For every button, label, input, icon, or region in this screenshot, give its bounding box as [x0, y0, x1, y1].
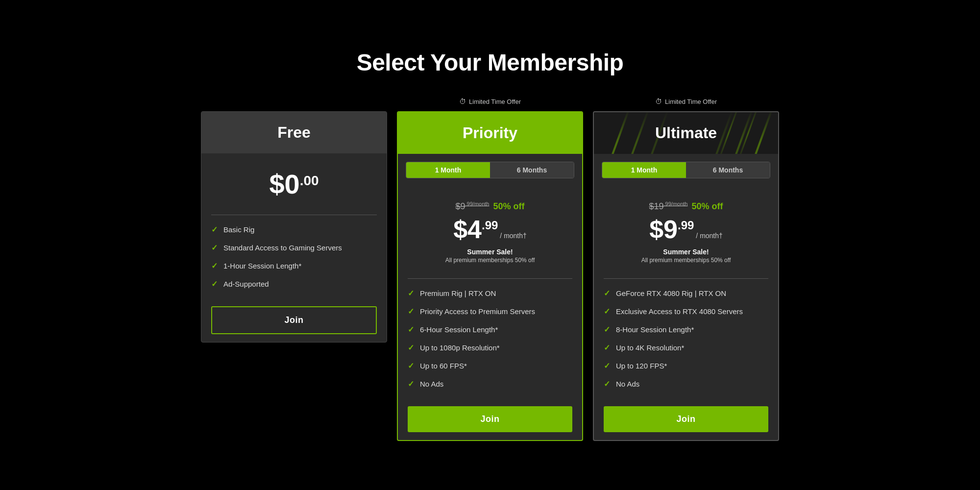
feature-text: GeForce RTX 4080 Rig | RTX ON: [616, 289, 726, 297]
join-button-free[interactable]: Join: [211, 306, 377, 334]
check-icon: ✓: [604, 325, 610, 334]
feature-item: ✓ Premium Rig | RTX ON: [408, 289, 572, 298]
check-icon: ✓: [408, 343, 414, 352]
toggle-6months-ultimate[interactable]: 6 Months: [686, 162, 770, 178]
toggle-1month-priority[interactable]: 1 Month: [406, 162, 490, 178]
feature-item: ✓ No Ads: [408, 379, 572, 389]
feature-item: ✓ Exclusive Access to RTX 4080 Servers: [604, 307, 768, 316]
clock-icon: ⏱: [459, 98, 466, 105]
check-icon: ✓: [604, 343, 610, 352]
join-button-ultimate[interactable]: Join: [604, 406, 768, 432]
original-price-ultimate: $19.99/month: [649, 201, 688, 212]
join-btn-wrapper-priority: Join: [398, 398, 582, 440]
cards-container: ⏱ Limited Time Offer Free $0.00: [172, 96, 808, 441]
orig-row-ultimate: $19.99/month 50% off: [604, 201, 768, 212]
feature-text: Premium Rig | RTX ON: [420, 289, 496, 297]
card-body-free: $0.00 ✓ Basic Rig ✓ Standard Access to G…: [201, 153, 387, 298]
feature-item: ✓ Up to 60 FPS*: [408, 361, 572, 370]
toggle-container-priority: 1 Month 6 Months: [406, 162, 574, 178]
slash-2: [723, 112, 753, 154]
check-icon: ✓: [211, 225, 218, 234]
orig-row-priority: $9.99/month 50% off: [408, 201, 572, 212]
slash-1: [742, 112, 773, 154]
feature-item: ✓ Priority Access to Premium Servers: [408, 307, 572, 316]
limited-time-label-ultimate: ⏱ Limited Time Offer: [655, 96, 717, 107]
feature-text: Priority Access to Premium Servers: [420, 307, 535, 316]
price-section-priority: $9.99/month 50% off $4 .99 / month† Summ…: [408, 196, 572, 273]
current-price-priority: $4 .99 / month†: [408, 215, 572, 244]
feature-text: No Ads: [420, 380, 443, 388]
discount-text-priority: 50% off: [493, 201, 524, 212]
card-free: Free $0.00 ✓ Basic Rig: [201, 111, 387, 343]
price-free: $0.00: [211, 168, 377, 200]
card-wrapper-free: ⏱ Limited Time Offer Free $0.00: [201, 96, 387, 343]
feature-item: ✓ 8-Hour Session Length*: [604, 325, 768, 334]
feature-item: ✓ Up to 1080p Resolution*: [408, 343, 572, 352]
check-icon: ✓: [604, 307, 610, 316]
feature-item: ✓ Standard Access to Gaming Servers: [211, 243, 377, 252]
card-wrapper-priority: ⏱ Limited Time Offer Priority 1 Month 6 …: [397, 96, 583, 441]
slash-5: [619, 112, 649, 154]
price-cents-free: .00: [300, 173, 319, 189]
toggle-1month-ultimate[interactable]: 1 Month: [602, 162, 686, 178]
plan-name-priority: Priority: [463, 124, 517, 142]
feature-item: ✓ Basic Rig: [211, 225, 377, 234]
card-body-priority: $9.99/month 50% off $4 .99 / month† Summ…: [398, 186, 582, 398]
price-decimal-ultimate: .99: [678, 219, 694, 232]
check-icon: ✓: [211, 243, 218, 252]
feature-text: Ad-Supported: [223, 280, 269, 288]
feature-text: Up to 60 FPS*: [420, 362, 467, 370]
feature-text: 1-Hour Session Length*: [223, 262, 301, 270]
feature-item: ✓ Up to 4K Resolution*: [604, 343, 768, 352]
feature-text: Up to 1080p Resolution*: [420, 343, 500, 352]
price-main-priority: $4: [453, 215, 482, 244]
limited-time-label-priority: ⏱ Limited Time Offer: [459, 96, 521, 107]
price-main-ultimate: $9: [649, 215, 678, 244]
current-price-ultimate: $9 .99 / month†: [604, 215, 768, 244]
price-main-free: $0: [269, 169, 299, 199]
plan-name-ultimate: Ultimate: [655, 124, 717, 142]
page-title: Select Your Membership: [357, 49, 624, 76]
features-list-ultimate: ✓ GeForce RTX 4080 Rig | RTX ON ✓ Exclus…: [604, 289, 768, 389]
limited-time-text-ultimate: Limited Time Offer: [665, 98, 717, 105]
sale-title-ultimate: Summer Sale!: [604, 248, 768, 256]
sale-sub-priority: All premium memberships 50% off: [408, 257, 572, 264]
card-header-free: Free: [201, 112, 387, 153]
feature-text: No Ads: [616, 380, 639, 388]
join-button-priority[interactable]: Join: [408, 406, 572, 432]
original-price-priority: $9.99/month: [456, 201, 490, 212]
feature-item: ✓ Ad-Supported: [211, 279, 377, 289]
feature-text: Standard Access to Gaming Servers: [223, 244, 342, 252]
check-icon: ✓: [604, 361, 610, 370]
plan-name-free: Free: [277, 123, 311, 141]
feature-text: Up to 4K Resolution*: [616, 343, 684, 352]
card-ultimate: Ultimate 1 Month 6 Months $19.99/month 5…: [593, 111, 779, 441]
check-icon: ✓: [211, 261, 218, 270]
check-icon: ✓: [408, 289, 414, 298]
toggle-container-ultimate: 1 Month 6 Months: [602, 162, 770, 178]
check-icon: ✓: [408, 361, 414, 370]
price-section-free: $0.00: [211, 163, 377, 210]
feature-text: Up to 120 FPS*: [616, 362, 667, 370]
card-wrapper-ultimate: ⏱ Limited Time Offer Ultimate: [593, 96, 779, 441]
card-body-ultimate: $19.99/month 50% off $9 .99 / month† Sum…: [594, 186, 778, 398]
feature-text: 8-Hour Session Length*: [616, 325, 694, 334]
price-period-priority: / month†: [500, 232, 526, 240]
divider-ultimate: [604, 278, 768, 279]
sale-sub-ultimate: All premium memberships 50% off: [604, 257, 768, 264]
join-btn-wrapper-ultimate: Join: [594, 398, 778, 440]
check-icon: ✓: [211, 279, 218, 289]
page-wrapper: Select Your Membership ⏱ Limited Time Of…: [172, 49, 808, 441]
discount-text-ultimate: 50% off: [691, 201, 723, 212]
toggle-6months-priority[interactable]: 6 Months: [490, 162, 574, 178]
features-list-free: ✓ Basic Rig ✓ Standard Access to Gaming …: [211, 225, 377, 289]
price-period-ultimate: / month†: [696, 232, 722, 240]
check-icon: ✓: [604, 289, 610, 298]
sale-title-priority: Summer Sale!: [408, 248, 572, 256]
divider-free: [211, 215, 377, 215]
clock-icon: ⏱: [655, 98, 662, 105]
check-icon: ✓: [408, 307, 414, 316]
features-list-priority: ✓ Premium Rig | RTX ON ✓ Priority Access…: [408, 289, 572, 389]
card-header-ultimate: Ultimate: [594, 112, 778, 154]
feature-text: Exclusive Access to RTX 4080 Servers: [616, 307, 743, 316]
